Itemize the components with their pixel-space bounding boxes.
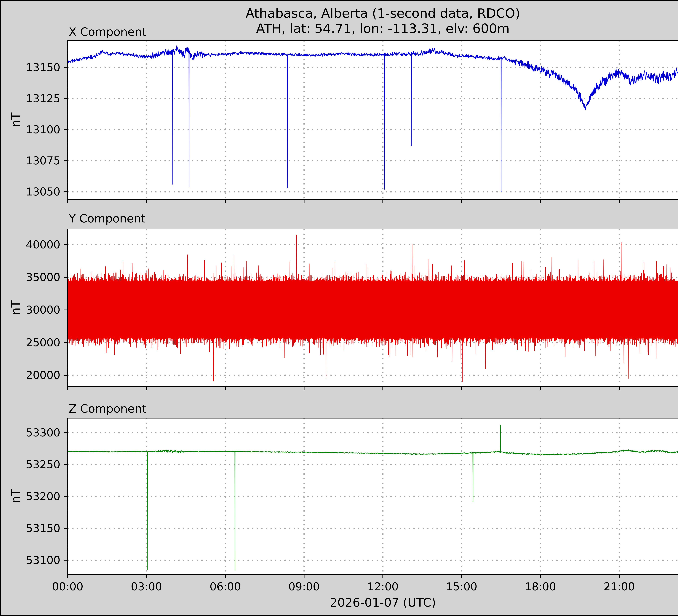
x-tick-label: 09:00: [289, 581, 320, 592]
figure-subtitle: ATH, lat: 54.71, lon: -113.31, elv: 600m: [68, 21, 678, 36]
x-y-tick-label: 13075: [26, 155, 61, 166]
y-y-tick-label: 35000: [26, 272, 61, 283]
x-y-tick-label: 13050: [26, 186, 61, 197]
z-y-tick-label: 53100: [26, 555, 61, 566]
x-tick-label: 18:00: [525, 581, 556, 592]
z-component-plot-area: [68, 418, 678, 574]
subplot-title-y-component: Y Component: [69, 212, 146, 225]
x-tick-label: 06:00: [210, 581, 241, 592]
x-tick-label: 03:00: [131, 581, 162, 592]
y-axis-label-x-plot: nT: [9, 112, 22, 127]
z-y-tick-label: 53200: [26, 491, 61, 502]
z-y-tick-label: 53300: [26, 427, 61, 438]
y-component-plot-area: [68, 229, 678, 386]
x-y-tick-label: 13150: [26, 62, 61, 73]
subplot-title-x-component: X Component: [69, 26, 146, 38]
x-y-tick-label: 13125: [26, 93, 61, 104]
z-y-tick-label: 53250: [26, 459, 61, 470]
x-axis-label: 2026-01-07 (UTC): [68, 596, 678, 609]
x-tick-label: 15:00: [446, 581, 477, 592]
magnetogram-figure: Athabasca, Alberta (1-second data, RDCO)…: [0, 0, 678, 616]
x-component-plot-area: [68, 40, 678, 199]
x-tick-label: 00:00: [52, 581, 83, 592]
y-y-tick-label: 25000: [26, 337, 61, 348]
y-axis-label-y-plot: nT: [9, 300, 22, 315]
x-y-tick-label: 13100: [26, 124, 61, 135]
x-tick-label: 21:00: [604, 581, 635, 592]
y-y-tick-label: 40000: [26, 239, 61, 250]
y-y-tick-label: 30000: [26, 304, 61, 315]
subplot-title-z-component: Z Component: [69, 402, 146, 415]
x-tick-label: 12:00: [367, 581, 399, 592]
figure-title: Athabasca, Alberta (1-second data, RDCO): [68, 6, 678, 21]
z-y-tick-label: 53150: [26, 523, 61, 534]
plot-background: [68, 40, 678, 199]
y-y-tick-label: 20000: [26, 370, 61, 381]
y-axis-label-z-plot: nT: [9, 489, 22, 503]
